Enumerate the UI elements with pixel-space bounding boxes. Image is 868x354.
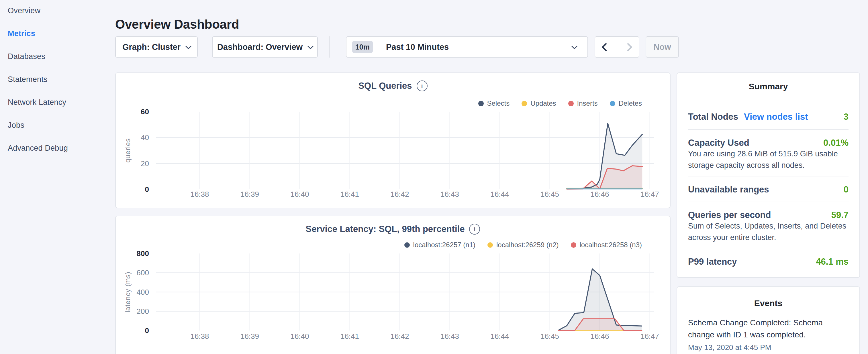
x-tick-label: 16:40 [280, 332, 320, 341]
x-tick-label: 16:47 [630, 190, 670, 199]
summary-title: Summary [677, 82, 859, 91]
sql-queries-chart-card: SQL Queries i SelectsUpdatesInsertsDelet… [115, 72, 671, 208]
summary-row-value: 59.7 [831, 210, 848, 220]
legend-item[interactable]: Updates [522, 99, 556, 107]
time-prev-button[interactable] [595, 37, 617, 57]
chart-legend: SelectsUpdatesInsertsDeletes [478, 99, 642, 107]
service-latency-chart-card: Service Latency: SQL, 99th percentile i … [115, 216, 671, 354]
x-tick-label: 16:45 [530, 190, 570, 199]
y-tick-label: 0 [127, 326, 149, 335]
y-tick-label: 200 [127, 307, 149, 316]
summary-row-subtext: You are using 28.6 MiB of 515.9 GiB usab… [688, 148, 848, 171]
legend-dot-icon [610, 101, 615, 106]
summary-row-value: 46.1 ms [816, 257, 848, 267]
legend-label: Selects [487, 99, 510, 107]
sidebar-item-statements[interactable]: Statements [8, 75, 105, 83]
summary-row-label: Queries per second [688, 210, 771, 220]
event-timestamp: May 13, 2020 at 4:45 PM [688, 343, 771, 352]
legend-item[interactable]: Inserts [568, 99, 598, 107]
y-tick-label: 800 [127, 249, 149, 258]
time-range-dropdown[interactable]: 10m Past 10 Minutes [346, 36, 588, 58]
x-tick-label: 16:44 [480, 332, 520, 341]
summary-row-label: Capacity Used [688, 138, 749, 148]
view-nodes-list-link[interactable]: View nodes list [744, 112, 808, 122]
sidebar-item-metrics[interactable]: Metrics [8, 30, 105, 37]
y-axis-label: queries [123, 112, 132, 189]
event-message[interactable]: Schema Change Completed: Schema change w… [688, 317, 848, 341]
summary-row-value: 0 [844, 185, 848, 195]
graph-dropdown[interactable]: Graph: Cluster [115, 36, 198, 58]
legend-item[interactable]: Selects [478, 99, 510, 107]
legend-item[interactable]: localhost:26257 (n1) [404, 241, 475, 249]
sidebar-item-overview[interactable]: Overview [8, 7, 105, 14]
x-tick-label: 16:47 [630, 332, 670, 341]
sidebar-item-network-latency[interactable]: Network Latency [8, 99, 105, 106]
time-range-label: Past 10 Minutes [386, 42, 449, 52]
x-tick-label: 16:41 [330, 190, 370, 199]
time-next-button[interactable] [617, 37, 639, 57]
sidebar-item-databases[interactable]: Databases [8, 53, 105, 60]
legend-dot-icon [571, 242, 576, 248]
divider [688, 248, 848, 248]
legend-item[interactable]: localhost:26258 (n3) [571, 241, 642, 249]
chart-title: SQL Queries [358, 81, 412, 91]
summary-row-label: P99 latency [688, 257, 737, 267]
chevron-down-icon [571, 43, 578, 49]
x-tick-label: 16:41 [330, 332, 370, 341]
graph-dropdown-label: Graph: Cluster [122, 42, 181, 52]
y-tick-label: 400 [127, 288, 149, 296]
y-tick-label: 60 [127, 107, 149, 116]
legend-dot-icon [568, 101, 574, 106]
page-title: Overview Dashboard [115, 17, 239, 32]
sql-queries-plot [116, 73, 671, 209]
chart-legend: localhost:26257 (n1)localhost:26259 (n2)… [404, 241, 642, 249]
summary-row: Capacity Used0.01% [688, 138, 848, 149]
chevron-left-icon [602, 43, 610, 51]
legend-dot-icon [488, 242, 493, 248]
time-range-badge: 10m [352, 41, 373, 53]
summary-row-label: Unavailable ranges [688, 185, 769, 194]
legend-dot-icon [404, 242, 410, 248]
legend-label: Updates [530, 99, 556, 107]
summary-row: Total NodesView nodes list3 [688, 112, 848, 123]
y-tick-label: 600 [127, 268, 149, 277]
info-icon[interactable]: i [469, 224, 480, 234]
divider [688, 202, 848, 202]
chevron-right-icon [624, 43, 632, 51]
legend-label: localhost:26259 (n2) [496, 241, 559, 249]
x-tick-label: 16:42 [380, 190, 420, 199]
info-icon[interactable]: i [417, 81, 428, 91]
now-button-label: Now [653, 42, 671, 52]
x-tick-label: 16:46 [580, 190, 620, 199]
summary-row: P99 latency46.1 ms [688, 257, 848, 268]
dashboard-dropdown[interactable]: Dashboard: Overview [212, 36, 318, 58]
summary-row-label: Total Nodes [688, 112, 738, 122]
summary-panel: Summary Total NodesView nodes list3Capac… [677, 72, 860, 278]
x-tick-label: 16:44 [480, 190, 520, 199]
sidebar-item-jobs[interactable]: Jobs [8, 122, 105, 129]
x-tick-label: 16:38 [180, 190, 220, 199]
x-tick-label: 16:43 [430, 332, 470, 341]
now-button[interactable]: Now [646, 36, 679, 58]
sidebar-item-advanced-debug[interactable]: Advanced Debug [8, 144, 105, 152]
time-nav-group [595, 36, 639, 58]
x-tick-label: 16:43 [430, 190, 470, 199]
sidebar-nav: OverviewMetricsDatabasesStatementsNetwor… [8, 7, 105, 167]
summary-row: Queries per second59.7 [688, 210, 848, 221]
y-tick-label: 0 [127, 185, 149, 194]
legend-label: localhost:26258 (n3) [580, 241, 642, 249]
events-title: Events [677, 298, 859, 308]
x-tick-label: 16:42 [380, 332, 420, 341]
legend-dot-icon [478, 101, 484, 106]
legend-item[interactable]: localhost:26259 (n2) [488, 241, 559, 249]
overview-dashboard-page: OverviewMetricsDatabasesStatementsNetwor… [0, 0, 868, 354]
toolbar-divider [329, 36, 330, 58]
legend-dot-icon [522, 101, 527, 106]
chevron-down-icon [308, 43, 313, 49]
y-tick-label: 40 [127, 133, 149, 142]
legend-label: localhost:26257 (n1) [413, 241, 475, 249]
summary-row-subtext: Sum of Selects, Updates, Inserts, and De… [688, 220, 848, 243]
legend-item[interactable]: Deletes [610, 99, 642, 107]
summary-row-value: 3 [844, 112, 848, 122]
chart-title: Service Latency: SQL, 99th percentile [306, 224, 465, 234]
